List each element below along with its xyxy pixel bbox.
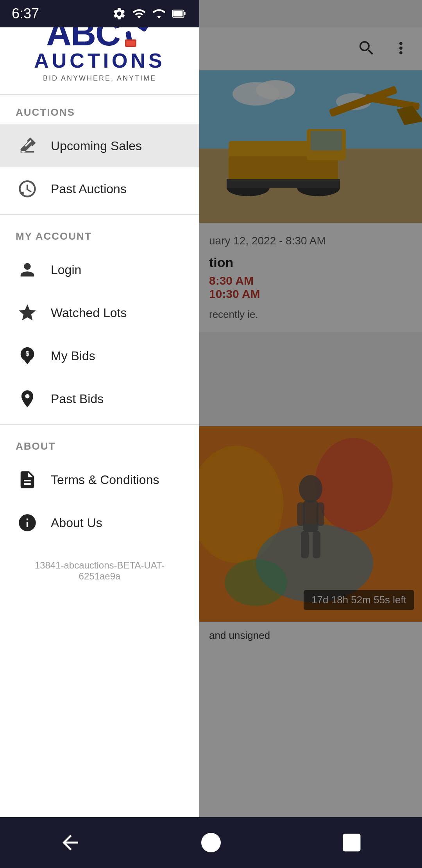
bottom-nav [0, 817, 422, 868]
status-bar: 6:37 [0, 0, 199, 27]
document-icon [16, 468, 39, 491]
terms-label: Terms & Conditions [51, 473, 159, 487]
menu-item-login[interactable]: Login [0, 248, 199, 291]
divider-1 [0, 214, 199, 215]
menu-item-terms[interactable]: Terms & Conditions [0, 458, 199, 501]
location-clock-icon [16, 387, 39, 411]
past-bids-label: Past Bids [51, 392, 104, 406]
status-icons [112, 7, 188, 21]
status-time: 6:37 [12, 5, 39, 22]
svg-text:$: $ [25, 350, 29, 357]
version-text: 13841-abcauctions-BETA-UAT-6251ae9a [0, 544, 199, 597]
past-auctions-label: Past Auctions [51, 182, 127, 196]
nav-recent-button[interactable] [336, 827, 367, 858]
my-bids-label: My Bids [51, 349, 95, 363]
section-myaccount-header: MY ACCOUNT [0, 219, 199, 248]
dollar-pin-icon: $ [16, 344, 39, 368]
svg-rect-32 [126, 41, 135, 46]
recent-icon [340, 831, 363, 854]
info-icon [16, 511, 39, 534]
star-icon [16, 301, 39, 325]
person-icon [16, 258, 39, 282]
login-label: Login [51, 263, 81, 277]
divider-2 [0, 424, 199, 425]
nav-drawer: 6:37 ABC [0, 0, 199, 868]
menu-item-my-bids[interactable]: $ My Bids [0, 334, 199, 377]
section-about-header: ABOUT [0, 429, 199, 458]
menu-item-upcoming-sales[interactable]: Upcoming Sales [0, 124, 199, 167]
menu-item-about-us[interactable]: About Us [0, 501, 199, 544]
svg-rect-27 [184, 12, 186, 15]
section-auctions-header: AUCTIONS [0, 95, 199, 124]
drawer-overlay[interactable] [197, 0, 422, 868]
about-us-label: About Us [51, 516, 102, 530]
menu-item-watched-lots[interactable]: Watched Lots [0, 291, 199, 334]
hammer-menu-icon [16, 134, 39, 158]
menu-item-past-bids[interactable]: Past Bids [0, 377, 199, 420]
upcoming-sales-label: Upcoming Sales [51, 139, 142, 153]
watched-lots-label: Watched Lots [51, 306, 127, 320]
signal-icon [152, 7, 166, 21]
wifi-icon [132, 7, 146, 21]
menu-item-past-auctions[interactable]: Past Auctions [0, 167, 199, 210]
clock-refresh-icon [16, 177, 39, 201]
nav-home-button[interactable] [195, 827, 227, 858]
gear-icon [112, 7, 126, 21]
nav-back-button[interactable] [55, 827, 86, 858]
logo-tagline: BID ANYWHERE, ANYTIME [43, 74, 156, 82]
svg-rect-36 [343, 834, 361, 852]
battery-icon [172, 7, 188, 21]
svg-rect-28 [173, 11, 182, 17]
svg-point-35 [201, 833, 221, 852]
back-icon [59, 831, 82, 854]
home-icon [199, 831, 223, 854]
